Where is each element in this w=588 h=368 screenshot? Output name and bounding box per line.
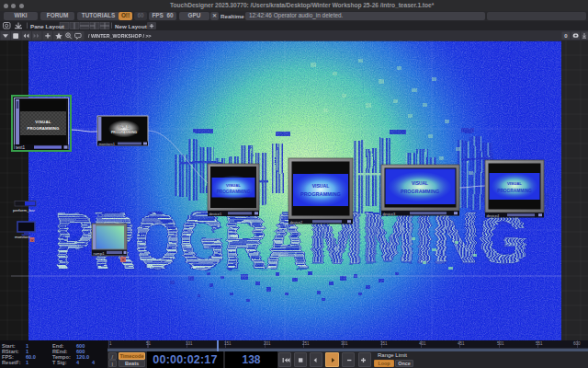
svg-text:VISUAL: VISUAL	[226, 183, 241, 188]
svg-text:device2: device2	[290, 220, 304, 224]
svg-text:device3: device3	[383, 212, 397, 216]
svg-text:VISUAL: VISUAL	[412, 181, 428, 186]
svg-text:VISUAL: VISUAL	[507, 181, 522, 186]
svg-text:VISUAL: VISUAL	[119, 125, 130, 129]
svg-text:✕: ✕	[121, 257, 125, 262]
svg-text:text1: text1	[16, 145, 25, 150]
svg-text:VISUAL: VISUAL	[312, 183, 330, 189]
svg-text:PROGRAMMING: PROGRAMMING	[401, 189, 439, 194]
svg-text:monitors1: monitors1	[99, 142, 116, 146]
svg-text:✕: ✕	[30, 238, 34, 243]
svg-text:monitors: monitors	[15, 235, 31, 239]
svg-text:PROGRAMMING: PROGRAMMING	[111, 131, 137, 134]
svg-text:PROGRAMMING: PROGRAMMING	[28, 126, 60, 131]
svg-text:PROGRAMMING: PROGRAMMING	[300, 191, 341, 197]
svg-text:PROGRAMMING: PROGRAMMING	[217, 190, 251, 194]
svg-text:VISUAL: VISUAL	[35, 120, 51, 124]
svg-text:PROGRAMMING: PROGRAMMING	[497, 189, 532, 193]
svg-text:device4: device4	[487, 213, 501, 218]
svg-text:device1: device1	[209, 212, 223, 216]
svg-text:perform_bar: perform_bar	[13, 208, 35, 213]
svg-text:ramp1: ramp1	[94, 251, 106, 256]
